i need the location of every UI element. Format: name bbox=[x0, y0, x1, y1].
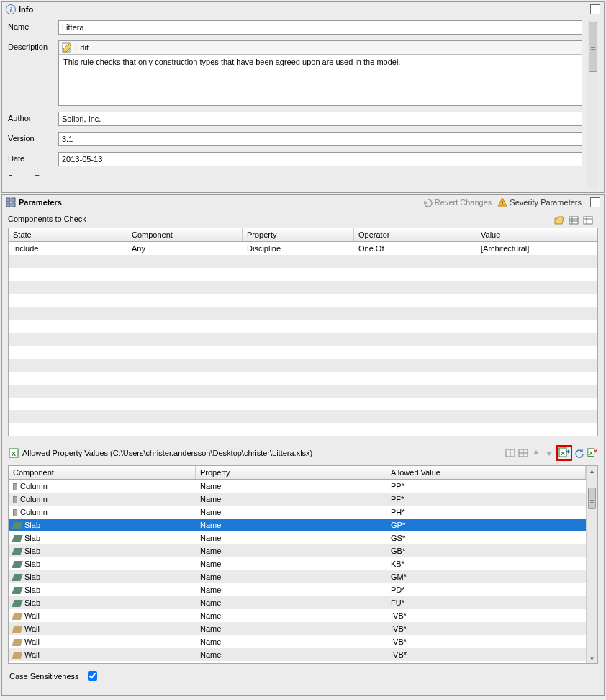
cell-property: Name bbox=[196, 532, 386, 544]
cell-property: Name bbox=[196, 636, 386, 647]
cell-allowed-value: FU* bbox=[386, 597, 586, 609]
slab-icon bbox=[12, 548, 23, 555]
svg-rect-10 bbox=[584, 217, 592, 224]
cell-allowed-value: GM* bbox=[386, 571, 586, 583]
add-row-icon[interactable] bbox=[568, 215, 579, 226]
table-row[interactable]: WallNameIVB* bbox=[9, 635, 586, 648]
cell-property: Name bbox=[196, 623, 386, 634]
svg-rect-4 bbox=[12, 203, 15, 207]
scroll-thumb[interactable] bbox=[588, 488, 596, 509]
table-row[interactable]: ColumnNamePH* bbox=[9, 506, 586, 519]
move-up-icon[interactable] bbox=[530, 447, 542, 459]
col-property[interactable]: Property bbox=[196, 466, 386, 479]
table-row[interactable]: SlabNameGP* bbox=[9, 519, 586, 531]
cell-allowed-value: GB* bbox=[386, 545, 586, 557]
svg-text:X: X bbox=[561, 450, 565, 457]
severity-parameters-button[interactable]: ! Severity Parameters bbox=[497, 197, 582, 207]
export-excel-icon[interactable]: X bbox=[587, 447, 598, 459]
delete-row-icon[interactable] bbox=[582, 215, 594, 226]
cell-allowed-value: GS* bbox=[386, 532, 586, 544]
table-row[interactable]: WallNameIVB* bbox=[9, 648, 586, 661]
slab-icon bbox=[12, 561, 23, 568]
table-icon-1[interactable] bbox=[505, 447, 516, 459]
cell-state: Include bbox=[9, 243, 127, 254]
table-icon-2[interactable] bbox=[517, 447, 529, 459]
table-row[interactable] bbox=[9, 410, 597, 423]
table-row[interactable]: SlabNameGM* bbox=[9, 570, 586, 583]
allowed-table[interactable]: Component Property Allowed Value ColumnN… bbox=[8, 465, 598, 664]
cell-property: Name bbox=[196, 597, 386, 609]
description-text[interactable]: This rule checks that only construction … bbox=[59, 55, 582, 105]
maximize-icon[interactable] bbox=[590, 197, 600, 207]
table-row[interactable] bbox=[9, 307, 597, 320]
table-row[interactable]: SlabNameKB* bbox=[9, 557, 586, 570]
edit-icon bbox=[62, 42, 72, 53]
table-row[interactable] bbox=[9, 359, 597, 372]
table-row[interactable]: SlabNamePD* bbox=[9, 583, 586, 596]
description-box: Edit This rule checks that only construc… bbox=[58, 40, 582, 106]
import-excel-highlighted[interactable]: X bbox=[556, 445, 572, 461]
scroll-down-arrow[interactable]: ▼ bbox=[587, 653, 597, 663]
revert-changes-button[interactable]: Revert Changes bbox=[422, 197, 492, 207]
table-row[interactable] bbox=[9, 385, 597, 398]
support-tag-label: Support Tag bbox=[8, 172, 58, 176]
col-operator[interactable]: Operator bbox=[354, 228, 476, 241]
col-value[interactable]: Value bbox=[476, 228, 597, 241]
info-icon: i bbox=[6, 4, 16, 14]
scroll-up-arrow[interactable]: ▲ bbox=[587, 466, 597, 476]
table-row[interactable]: WallNameIVB* bbox=[9, 622, 586, 635]
cell-property: Name bbox=[196, 480, 386, 492]
cell-component: Slab bbox=[9, 571, 196, 583]
slab-icon bbox=[12, 587, 23, 594]
table-row[interactable] bbox=[9, 294, 597, 307]
date-input[interactable] bbox=[58, 152, 582, 166]
svg-text:X: X bbox=[589, 451, 593, 456]
table-row[interactable] bbox=[9, 333, 597, 346]
info-scrollbar[interactable] bbox=[587, 20, 598, 189]
col-component[interactable]: Component bbox=[127, 228, 243, 241]
cell-property: Name bbox=[196, 649, 386, 660]
col-state[interactable]: State bbox=[9, 228, 127, 241]
table-row[interactable]: SlabNameFU* bbox=[9, 596, 586, 609]
move-down-icon[interactable] bbox=[543, 447, 555, 459]
parameters-header: Parameters Revert Changes ! Severity Par… bbox=[2, 195, 604, 210]
column-icon bbox=[13, 483, 17, 490]
cell-component: Column bbox=[9, 493, 196, 505]
table-row[interactable] bbox=[9, 372, 597, 385]
open-folder-icon[interactable] bbox=[553, 215, 565, 226]
version-input[interactable] bbox=[58, 132, 582, 146]
table-row[interactable] bbox=[9, 320, 597, 333]
name-label: Name bbox=[8, 20, 58, 31]
table-row[interactable] bbox=[9, 281, 597, 294]
cell-allowed-value: PD* bbox=[386, 584, 586, 596]
table-row[interactable] bbox=[9, 398, 597, 410]
refresh-icon[interactable] bbox=[574, 447, 585, 459]
description-label: Description bbox=[8, 40, 58, 51]
author-input[interactable] bbox=[58, 112, 582, 126]
components-table[interactable]: State Component Property Operator Value … bbox=[8, 228, 598, 436]
edit-bar[interactable]: Edit bbox=[59, 41, 582, 55]
table-row[interactable]: SlabNameGB* bbox=[9, 544, 586, 557]
slab-icon bbox=[12, 522, 23, 529]
col-property[interactable]: Property bbox=[243, 228, 354, 241]
table-row[interactable] bbox=[9, 255, 597, 268]
table-row[interactable] bbox=[9, 423, 597, 436]
cell-allowed-value: IVB* bbox=[386, 623, 586, 634]
table-row[interactable]: IncludeAnyDisciplineOne Of[Architectural… bbox=[9, 242, 597, 255]
table-row[interactable]: ColumnNamePF* bbox=[9, 493, 586, 506]
name-input[interactable] bbox=[58, 20, 582, 35]
allowed-scrollbar[interactable]: ▲ ▼ bbox=[586, 466, 597, 663]
cell-allowed-value: PF* bbox=[386, 493, 586, 505]
maximize-icon[interactable] bbox=[590, 4, 600, 14]
table-row[interactable] bbox=[9, 346, 597, 359]
table-row[interactable]: WallNameIVB* bbox=[9, 609, 586, 622]
col-component[interactable]: Component bbox=[9, 466, 196, 479]
cell-allowed-value: IVB* bbox=[386, 649, 586, 660]
case-sensitiveness-checkbox[interactable] bbox=[88, 671, 97, 681]
col-allowed-value[interactable]: Allowed Value bbox=[386, 466, 586, 479]
table-row[interactable]: ColumnNamePP* bbox=[9, 480, 586, 493]
table-row[interactable] bbox=[9, 268, 597, 281]
cell-component: Slab bbox=[9, 558, 196, 570]
table-row[interactable]: SlabNameGS* bbox=[9, 531, 586, 544]
cell-property: Name bbox=[196, 493, 386, 505]
